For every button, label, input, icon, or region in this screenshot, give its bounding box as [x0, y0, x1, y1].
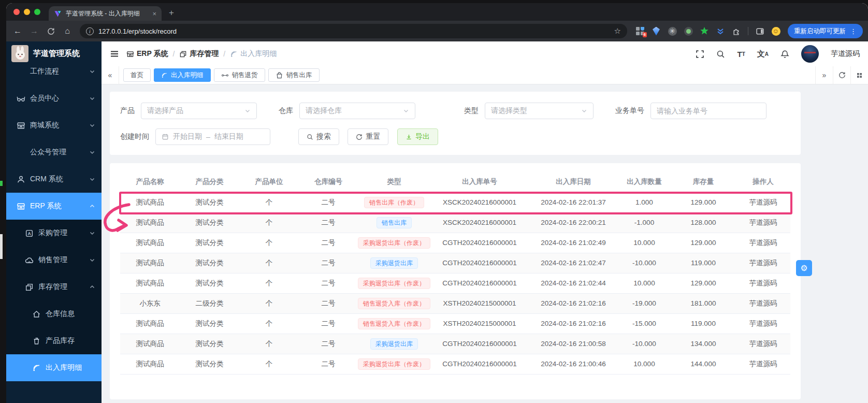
table-cell: 个 — [239, 354, 299, 374]
table-row[interactable]: 测试商品测试分类个二号销售出库XSCK202402160000012024-02… — [120, 212, 790, 233]
sidebar-item-公众号管理[interactable]: 公众号管理 — [6, 139, 102, 166]
app-logo-row[interactable]: 芋道管理系统 — [6, 41, 102, 65]
home-icon[interactable]: ⌂ — [60, 24, 75, 38]
favicon — [54, 10, 62, 18]
tabs-grid-icon[interactable] — [850, 66, 868, 84]
created-time-filter-label: 创建时间 — [120, 132, 149, 141]
page-tab-销售出库[interactable]: 销售出库 — [268, 68, 320, 82]
notification-bell-icon[interactable] — [780, 50, 789, 59]
side-panel-icon[interactable] — [755, 26, 764, 36]
theme-settings-gear-button[interactable]: ⚙ — [796, 260, 812, 276]
sidebar-item-采购管理[interactable]: A采购管理 — [6, 220, 102, 247]
table-row[interactable]: 测试商品测试分类个二号销售退货入库（作废）XSTH202402150000012… — [120, 313, 790, 334]
back-icon[interactable]: ← — [10, 24, 25, 38]
sidebar-item-销售管理[interactable]: 销售管理 — [6, 247, 102, 274]
table-row[interactable]: 测试商品测试分类个二号采购退货出库（作废）CGTH202402160000012… — [120, 273, 790, 293]
language-icon[interactable]: 文A — [757, 49, 769, 59]
emoji-extension-icon[interactable]: ☺ — [771, 26, 780, 36]
table-row[interactable]: 测试商品测试分类个二号采购退货出库（作废）CGTH202402160000012… — [120, 233, 790, 253]
sidebar-item-CRM 系统[interactable]: CRM 系统 — [6, 166, 102, 193]
chevron-down-icon — [89, 122, 95, 128]
type-tag: 销售退货入库（作废） — [358, 298, 430, 309]
page-tab-label: 销售出库 — [286, 71, 312, 80]
address-bar[interactable]: i 127.0.0.1/erp/stock/record ☆ — [80, 24, 627, 38]
table-cell: 芋道源码 — [736, 313, 790, 334]
sidebar-item-仓库信息[interactable]: 仓库信息 — [6, 300, 102, 327]
table-row[interactable]: 测试商品测试分类个二号销售出库（作废）XSCK20240216000001202… — [120, 192, 790, 212]
font-size-icon[interactable]: TT — [737, 50, 745, 59]
type-tag: 采购退货出库（作废） — [358, 237, 430, 249]
sidebar-item-库存管理[interactable]: 库存管理 — [6, 274, 102, 300]
tab-close-icon[interactable]: × — [152, 10, 156, 18]
breadcrumb-item[interactable]: 出入库明细 — [230, 49, 277, 59]
new-tab-button[interactable]: + — [169, 8, 174, 18]
product-select[interactable]: 请选择产品 — [141, 103, 257, 119]
page-tab-首页[interactable]: 首页 — [123, 68, 151, 82]
order-no-input[interactable] — [650, 103, 766, 119]
breadcrumb-separator: / — [172, 50, 175, 58]
table-row[interactable]: 测试商品测试分类个二号采购退货出库CGTH202402160000012024-… — [120, 253, 790, 273]
type-cell: 销售出库（作废） — [358, 192, 430, 212]
chevron-down-icon — [581, 108, 587, 114]
browser-menu-kebab-icon[interactable]: ⋮ — [850, 27, 857, 35]
pinned-extension-icon[interactable]: 6 — [635, 26, 645, 36]
breadcrumb-item[interactable]: 库存管理 — [179, 49, 219, 59]
table-cell: 芋道源码 — [736, 354, 790, 374]
page-tab-出入库明细[interactable]: 出入库明细 — [154, 68, 211, 82]
kite-extension-icon[interactable] — [652, 26, 661, 36]
pinwheel-extension-icon[interactable]: ✳ — [668, 26, 677, 36]
collapse-menu-icon[interactable] — [110, 49, 119, 59]
extensions-puzzle-icon[interactable] — [732, 26, 741, 36]
table-row[interactable]: 测试商品测试分类个二号采购退货出库（作废）CGTH202402160000012… — [120, 354, 790, 374]
type-tag: 采购退货出库 — [370, 338, 418, 350]
search-icon[interactable] — [716, 50, 725, 59]
fullscreen-icon[interactable] — [696, 50, 704, 59]
reload-icon[interactable] — [44, 24, 58, 38]
signal-icon — [230, 50, 238, 58]
browser-tab[interactable]: 芋道管理系统 - 出入库明细 × — [49, 6, 162, 21]
date-range-picker[interactable]: 开始日期 – 结束日期 — [155, 128, 270, 145]
reset-button[interactable]: 重置 — [348, 128, 388, 145]
breadcrumb-item[interactable]: ERP 系统 — [126, 49, 168, 59]
window-close-button[interactable] — [13, 9, 20, 15]
username[interactable]: 芋道源码 — [831, 49, 860, 59]
type-cell: 采购退货出库（作废） — [358, 233, 430, 253]
relaunch-to-update-button[interactable]: 重新启动即可更新 ⋮ — [788, 24, 863, 38]
type-cell: 销售出库 — [358, 212, 430, 233]
signal-icon — [32, 364, 41, 372]
table-row[interactable]: 小东东二级分类个二号销售退货入库（作废）XSTH2024021500000120… — [120, 293, 790, 313]
bookmark-star-icon[interactable]: ☆ — [614, 26, 621, 36]
user-avatar[interactable] — [801, 45, 819, 63]
warehouse-select[interactable]: 请选择仓库 — [299, 103, 415, 119]
sidebar-item-ERP 系统[interactable]: ERP 系统 — [6, 193, 102, 220]
table-row[interactable]: 测试商品测试分类个二号采购退货出库CGTH202402160000012024-… — [120, 334, 790, 354]
type-select[interactable]: 请选择类型 — [485, 103, 594, 119]
breadcrumb: ERP 系统/库存管理/出入库明细 — [126, 49, 277, 59]
forward-icon[interactable]: → — [27, 24, 41, 38]
table-cell: 测试商品 — [120, 253, 180, 273]
app-logo — [11, 45, 28, 62]
star-extension-icon[interactable] — [700, 26, 709, 36]
sidebar-item-出入库明细[interactable]: 出入库明细 — [6, 354, 102, 381]
sidebar-item-产品库存[interactable]: 产品库存 — [6, 327, 102, 354]
page-tab-销售退货[interactable]: 销售退货 — [214, 68, 265, 82]
scroll-tabs-left-icon[interactable]: « — [102, 66, 119, 84]
sidebar-item-商城系统[interactable]: 商城系统 — [6, 112, 102, 139]
refresh-page-icon[interactable] — [833, 66, 850, 84]
breadcrumb-label: ERP 系统 — [137, 49, 168, 59]
export-button[interactable]: 导出 — [397, 128, 438, 145]
type-cell: 销售退货入库（作废） — [358, 313, 430, 334]
record-extension-icon[interactable] — [684, 26, 693, 36]
site-info-icon[interactable]: i — [86, 27, 94, 35]
double-chevron-extension-icon[interactable] — [716, 26, 725, 36]
type-cell: 销售退货入库（作废） — [358, 293, 430, 313]
search-button[interactable]: 搜索 — [298, 128, 339, 145]
chevron-down-icon — [89, 176, 95, 182]
window-minimize-button[interactable] — [24, 9, 30, 15]
scroll-tabs-right-icon[interactable]: » — [815, 66, 833, 84]
chevron-up-icon — [89, 203, 95, 209]
sidebar-item-会员中心[interactable]: 会员中心 — [6, 85, 102, 112]
table-cell: XSTH20240215000001 — [430, 313, 529, 334]
table-cell: 芋道源码 — [736, 253, 790, 273]
window-zoom-button[interactable] — [34, 9, 40, 15]
